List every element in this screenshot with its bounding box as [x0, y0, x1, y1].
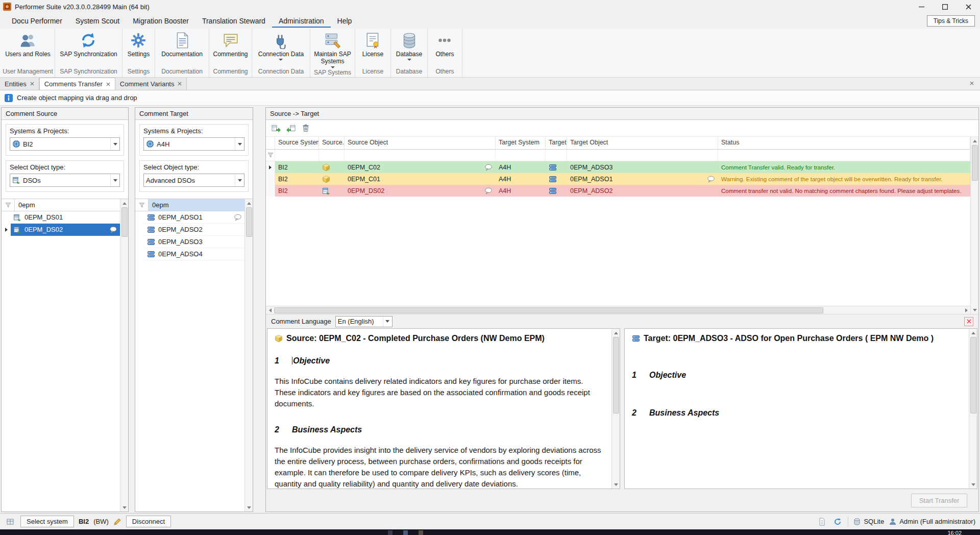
tab-close-icon[interactable] [106, 82, 110, 86]
license-button[interactable]: License [360, 30, 385, 58]
doc-paragraph[interactable]: This InfoCube contains delivery related … [275, 376, 604, 409]
tab-comment-variants[interactable]: Comment Variants [115, 78, 187, 90]
scrollbar-thumb[interactable] [121, 207, 128, 237]
maximize-button[interactable] [933, 0, 957, 13]
scroll-right-icon[interactable] [962, 306, 970, 314]
list-item-0epm-adso1[interactable]: 0EPM_ADSO1 [135, 211, 244, 224]
doc-heading[interactable]: 2 Business Aspects [632, 408, 962, 418]
scroll-up-icon[interactable] [120, 199, 129, 207]
close-preview-button[interactable] [964, 317, 973, 326]
scrollbar-thumb[interactable] [970, 337, 976, 414]
scroll-up-icon[interactable] [969, 329, 977, 337]
scrollbar-thumb[interactable] [274, 307, 823, 313]
list-item-0epm-adso2[interactable]: 0EPM_ADSO2 [135, 224, 244, 236]
dropdown-button[interactable] [383, 317, 392, 327]
tab-close-icon[interactable] [178, 82, 182, 86]
filter-button[interactable] [135, 199, 149, 211]
menu-migration-booster[interactable]: Migration Booster [126, 14, 195, 28]
taskbar-app-icon[interactable] [419, 530, 423, 535]
column-target-type[interactable]: Target... [546, 137, 567, 149]
mapping-row-warning[interactable]: BI2 0EPM_C01 A4H 0EPM_ADSO1 Warning. Exi… [266, 173, 970, 185]
column-target-system[interactable]: Target System [496, 137, 546, 149]
menu-translation-steward[interactable]: Translation Steward [195, 14, 272, 28]
log-page-icon[interactable] [816, 516, 827, 527]
filter-cell[interactable] [275, 150, 319, 161]
filter-button[interactable] [266, 150, 275, 161]
scroll-down-icon[interactable] [612, 480, 620, 489]
tab-close-icon[interactable] [30, 82, 34, 86]
minimize-button[interactable] [910, 0, 933, 13]
users-and-roles-button[interactable]: Users and Roles [3, 30, 53, 58]
scroll-up-icon[interactable] [245, 199, 253, 207]
database-button[interactable]: Database [394, 30, 424, 61]
start-transfer-button[interactable]: Start Transfer [911, 494, 967, 507]
filter-button[interactable] [2, 199, 15, 211]
disconnect-button[interactable]: Disconnect [126, 516, 171, 527]
list-item-0epm-adso3[interactable]: 0EPM_ADSO3 [135, 236, 244, 248]
menu-docu-performer[interactable]: Docu Performer [5, 14, 69, 28]
commenting-button[interactable]: Commenting [211, 30, 250, 58]
objects-grid-icon[interactable] [5, 516, 16, 527]
scroll-up-icon[interactable] [612, 329, 620, 337]
target-filter-value[interactable]: 0epm [149, 199, 244, 211]
menu-help[interactable]: Help [331, 14, 359, 28]
scrollbar-thumb[interactable] [613, 337, 619, 414]
tips-and-tricks-button[interactable]: Tips & Tricks [927, 15, 975, 27]
mapping-row-error[interactable]: BI2 0EPM_DS02 A4H 0EPM_ADSO2 Comment tra… [266, 185, 970, 197]
close-tab-group-button[interactable] [964, 79, 980, 90]
source-filter-value[interactable]: 0epm [15, 199, 120, 211]
maintain-sap-systems-button[interactable]: Maintain SAP Systems [310, 30, 355, 68]
database-status[interactable]: SQLite [853, 518, 884, 526]
target-preview-scrollbar[interactable] [969, 329, 977, 489]
scroll-down-icon[interactable] [969, 480, 977, 489]
scroll-down-icon[interactable] [971, 306, 979, 314]
filter-cell[interactable] [496, 150, 546, 161]
filter-cell[interactable] [319, 150, 345, 161]
dropdown-button[interactable] [235, 138, 244, 150]
filter-cell[interactable] [546, 150, 567, 161]
current-user[interactable]: Admin (Full administrator) [889, 518, 975, 526]
scroll-down-icon[interactable] [245, 503, 253, 512]
filter-cell[interactable] [567, 150, 718, 161]
transfer-to-target-icon[interactable] [272, 124, 281, 133]
expand-arrow-icon[interactable] [2, 224, 11, 236]
scroll-down-icon[interactable] [120, 503, 129, 512]
scroll-left-icon[interactable] [266, 306, 274, 314]
target-system-select[interactable]: A4H [143, 137, 244, 151]
column-target-object[interactable]: Target Object [567, 137, 718, 149]
source-list-scrollbar[interactable] [120, 199, 128, 512]
mapping-horizontal-scrollbar[interactable] [266, 306, 970, 314]
source-preview-scrollbar[interactable] [611, 329, 620, 489]
source-object-type-select[interactable]: DSOs [10, 174, 120, 187]
transfer-from-source-icon[interactable] [286, 124, 296, 133]
list-item-0epm-ds02[interactable]: 0EPM_DS02 [2, 224, 120, 236]
doc-heading[interactable]: 2 Business Aspects [275, 425, 604, 434]
column-source-object[interactable]: Source Object [345, 137, 496, 149]
list-item-0epm-adso4[interactable]: 0EPM_ADSO4 [135, 248, 244, 260]
target-list-scrollbar[interactable] [244, 199, 253, 512]
mapping-row-valid[interactable]: BI2 0EPM_C02 A4H 0EPM_ADSO3 Comment Tran… [266, 161, 970, 173]
source-system-select[interactable]: BI2 [10, 137, 120, 151]
close-button[interactable] [957, 0, 980, 13]
preview-splitter[interactable] [620, 328, 624, 489]
menu-system-scout[interactable]: System Scout [69, 14, 126, 28]
tab-entities[interactable]: Entities [0, 78, 39, 90]
connection-data-button[interactable]: Connection Data [256, 30, 306, 61]
panel-splitter[interactable] [253, 107, 265, 512]
sap-synchronization-button[interactable]: SAP Synchronization [58, 30, 119, 58]
dropdown-button[interactable] [110, 174, 119, 186]
taskbar-app-icon[interactable] [403, 530, 408, 535]
select-system-button[interactable]: Select system [20, 516, 74, 527]
dropdown-button[interactable] [110, 138, 119, 150]
doc-heading[interactable]: 1 Objective [632, 371, 962, 380]
mapping-vertical-scrollbar[interactable] [970, 137, 978, 314]
edit-system-pencil-icon[interactable] [113, 518, 121, 526]
filter-cell[interactable] [718, 150, 970, 161]
scrollbar-thumb[interactable] [972, 145, 978, 181]
comment-language-select[interactable]: En (English) [335, 316, 393, 327]
taskbar-app-icon[interactable] [388, 530, 393, 535]
column-source-type[interactable]: Source... [319, 137, 345, 149]
column-source-system[interactable]: Source System [275, 137, 319, 149]
doc-paragraph[interactable]: The InfoCube provides insight into the d… [275, 445, 604, 489]
scroll-up-icon[interactable] [971, 137, 979, 145]
